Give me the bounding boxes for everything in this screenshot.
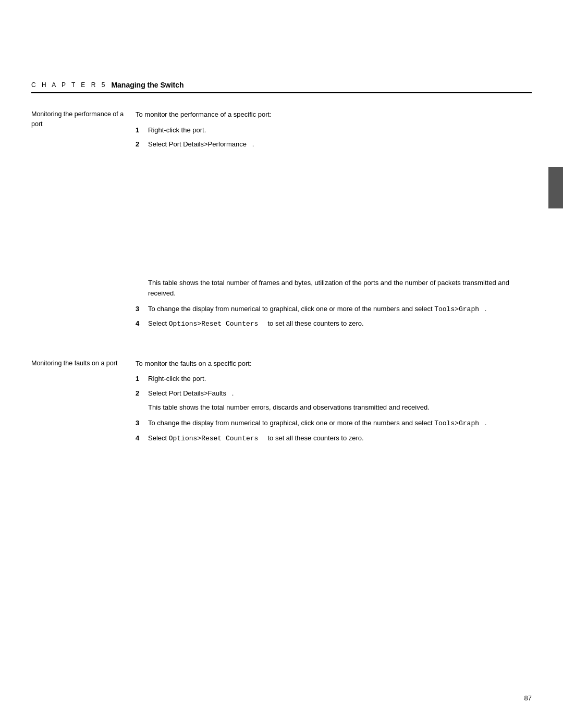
section1-continued-row: This table shows the total number of fra…	[31, 278, 532, 334]
step-text: To change the display from numerical to …	[148, 418, 532, 429]
section2-steps2: 3 To change the display from numerical t…	[136, 418, 532, 443]
image-placeholder	[31, 163, 532, 278]
step-item: 2 Select Port Details>Faults .	[136, 388, 532, 399]
step-num: 2	[136, 139, 148, 150]
step-num: 4	[136, 318, 148, 329]
step-text: Select Port Details>Performance .	[148, 139, 532, 150]
chapter-header: C H A P T E R 5 Managing the Switch	[31, 81, 532, 93]
page: C H A P T E R 5 Managing the Switch Moni…	[0, 0, 563, 728]
section2-intro: To monitor the faults on a specific port…	[136, 359, 532, 369]
section1-description: This table shows the total number of fra…	[148, 278, 532, 299]
step-num: 1	[136, 374, 148, 384]
section1-continued-left	[31, 278, 136, 334]
step-item: 1 Right-click the port.	[136, 374, 532, 384]
section2-right: To monitor the faults on a specific port…	[136, 359, 532, 448]
side-tab	[548, 167, 563, 208]
chapter-label: C H A P T E R 5	[31, 81, 107, 89]
section1-steps: 1 Right-click the port. 2 Select Port De…	[136, 125, 532, 150]
section1-intro: To monitor the performance of a specific…	[136, 109, 532, 120]
inline-code: Tools>Graph	[434, 305, 479, 313]
section-gap	[31, 343, 532, 359]
step-text: Right-click the port.	[148, 374, 532, 384]
step-text: Select Options>Reset Counters to set all…	[148, 318, 532, 329]
step-text: Right-click the port.	[148, 125, 532, 135]
step-num: 3	[136, 304, 148, 314]
content-area: Monitoring the performance of a port To …	[31, 109, 532, 457]
step-num: 1	[136, 125, 148, 135]
section2-label: Monitoring the faults on a port	[31, 360, 117, 367]
inline-code: Tools>Graph	[434, 419, 479, 427]
step-item: 3 To change the display from numerical t…	[136, 418, 532, 429]
section2-steps: 1 Right-click the port. 2 Select Port De…	[136, 374, 532, 398]
section1-right: To monitor the performance of a specific…	[136, 109, 532, 154]
section1-left: Monitoring the performance of a port	[31, 109, 136, 154]
step-text: Select Port Details>Faults .	[148, 388, 532, 399]
step-num: 4	[136, 433, 148, 443]
step-item: 3 To change the display from numerical t…	[136, 304, 532, 315]
section1-label: Monitoring the performance of a port	[31, 110, 124, 128]
section1-row: Monitoring the performance of a port To …	[31, 109, 532, 154]
step-item: 1 Right-click the port.	[136, 125, 532, 135]
step-item: 4 Select Options>Reset Counters to set a…	[136, 318, 532, 329]
step-num: 3	[136, 418, 148, 428]
section1-continued-steps: 3 To change the display from numerical t…	[136, 304, 532, 329]
section2-row: Monitoring the faults on a port To monit…	[31, 359, 532, 448]
inline-code: Options>Reset Counters	[169, 435, 259, 442]
step-text: Select Options>Reset Counters to set all…	[148, 433, 532, 444]
section1-continued-right: This table shows the total number of fra…	[136, 278, 532, 334]
chapter-title: Managing the Switch	[111, 81, 183, 89]
section2-description: This table shows the total number errors…	[148, 402, 532, 413]
step-item: 2 Select Port Details>Performance .	[136, 139, 532, 150]
page-number: 87	[524, 694, 532, 702]
section2-left: Monitoring the faults on a port	[31, 359, 136, 448]
step-text: To change the display from numerical to …	[148, 304, 532, 315]
step-num: 2	[136, 388, 148, 399]
step-item: 4 Select Options>Reset Counters to set a…	[136, 433, 532, 444]
inline-code: Options>Reset Counters	[169, 320, 259, 328]
